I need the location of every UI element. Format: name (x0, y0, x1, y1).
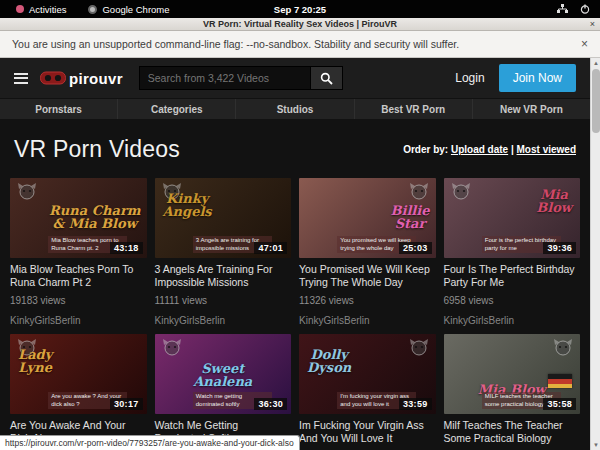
video-thumbnail[interactable]: Mia Blow Four is the perfect birthday pa… (444, 178, 581, 258)
search-icon (320, 72, 333, 85)
warning-close-icon[interactable]: × (581, 37, 588, 51)
site-logo[interactable]: pirouvr (40, 70, 123, 87)
video-title-link[interactable]: Four Is The Perfect Birthday Party For M… (444, 263, 581, 288)
nav-item-pornstars[interactable]: Pornstars (0, 99, 118, 119)
thumbnail-overlay-title: Sweet Analena (155, 362, 292, 388)
video-title-link[interactable]: 3 Angels Are Training For Impossible Mis… (155, 263, 292, 288)
clock[interactable]: Sep 7 20:25 (0, 4, 600, 15)
video-views: 19183 views (10, 295, 147, 306)
video-title-link[interactable]: Im Fucking Your Virgin Ass And You Will … (299, 419, 436, 444)
video-thumbnail[interactable]: Billie Star You promised we will keep tr… (299, 178, 436, 258)
site-header: pirouvr Login Join Now (0, 58, 590, 98)
unsupported-flag-warning: You are using an unsupported command-lin… (0, 31, 600, 58)
video-studio-link[interactable]: KinkyGirlsBerlin (299, 315, 436, 326)
thumbnail-overlay-title: Kinky Angels (163, 192, 212, 218)
video-thumbnail[interactable]: Runa Charm & Mia Blow Mia Blow teaches p… (10, 178, 147, 258)
vr-headset-icon (40, 71, 66, 86)
search-button[interactable] (311, 66, 343, 90)
video-thumbnail[interactable]: Mia Blow MILF teaches the teacher some p… (444, 334, 581, 414)
nav-item-studios[interactable]: Studios (236, 99, 354, 119)
search-input[interactable] (139, 66, 311, 90)
vertical-scrollbar[interactable]: ▲ ▼ (590, 58, 600, 450)
browser-viewport: ▲ ▼ pirouvr (0, 58, 600, 450)
video-thumbnail[interactable]: Dolly Dyson I'm fucking your virgin ass … (299, 334, 436, 414)
order-by-label: Order by: (403, 144, 448, 155)
thumbnail-overlay-title: Dolly Dyson (307, 348, 351, 374)
german-flag-icon (548, 374, 572, 388)
studio-cat-logo-icon (16, 182, 38, 200)
order-by-separator: | (511, 144, 514, 155)
video-thumbnail[interactable]: Kinky Angels 3 Angels are training for i… (155, 178, 292, 258)
thumbnail-overlay-title: Lady Lyne (18, 348, 52, 374)
video-views: 11326 views (299, 295, 436, 306)
warning-text: You are using an unsupported command-lin… (12, 38, 459, 50)
studio-cat-logo-icon (408, 338, 430, 356)
video-thumbnail[interactable]: Sweet Analena Watch me getting dominated… (155, 334, 292, 414)
video-title-link[interactable]: You Promised We Will Keep Trying The Who… (299, 263, 436, 288)
studio-cat-logo-icon (450, 182, 472, 200)
video-card[interactable]: Dolly Dyson I'm fucking your virgin ass … (299, 334, 436, 450)
video-thumbnail[interactable]: Lady Lyne Are you awake ? And your dick … (10, 334, 147, 414)
main-nav: Pornstars Categories Studios Best VR Por… (0, 98, 590, 119)
studio-cat-logo-icon (552, 338, 574, 356)
browser-title-bar: VR Porn: Virtual Reality Sex Videos | Pi… (0, 18, 600, 31)
video-card[interactable]: Mia Blow MILF teaches the teacher some p… (444, 334, 581, 450)
order-by-controls: Order by: Upload date | Most viewed (403, 144, 576, 155)
site-logo-text: pirouvr (69, 70, 123, 87)
video-duration-badge: 25:03 (399, 242, 432, 254)
thumbnail-overlay-title: Mia Blow (536, 188, 572, 214)
studio-cat-logo-icon (408, 182, 430, 200)
tab-title: VR Porn: Virtual Reality Sex Videos | Pi… (203, 19, 397, 29)
video-duration-badge: 30:17 (110, 398, 143, 410)
order-by-most-viewed-link[interactable]: Most viewed (517, 144, 576, 155)
video-duration-badge: 43:18 (110, 242, 143, 254)
video-duration-badge: 33:59 (399, 398, 432, 410)
studio-cat-logo-icon (161, 338, 183, 356)
page-title: VR Porn Videos (14, 136, 180, 163)
scrollbar-up-icon[interactable]: ▲ (591, 58, 600, 68)
thumbnail-overlay-title: Runa Charm & Mia Blow (49, 204, 140, 230)
video-studio-link[interactable]: KinkyGirlsBerlin (155, 315, 292, 326)
login-link[interactable]: Login (455, 71, 484, 85)
video-title-link[interactable]: Milf Teaches The Teacher Some Practical … (444, 419, 581, 444)
video-card[interactable]: Runa Charm & Mia Blow Mia Blow teaches p… (10, 178, 147, 326)
video-card[interactable]: Lady Lyne Are you awake ? And your dick … (10, 334, 147, 450)
video-duration-badge: 36:30 (254, 398, 287, 410)
status-bar-url: https://pirouvr.com/vr-porn-video/779325… (0, 435, 300, 450)
scrollbar-thumb[interactable] (592, 69, 600, 133)
video-duration-badge: 39:36 (543, 242, 576, 254)
video-title-link[interactable]: Mia Blow Teaches Porn To Runa Charm Pt 2 (10, 263, 147, 288)
thumbnail-overlay-title: Billie Star (390, 204, 429, 230)
video-duration-badge: 35:58 (543, 398, 576, 410)
video-studio-link[interactable]: KinkyGirlsBerlin (10, 315, 147, 326)
hamburger-menu-icon[interactable] (14, 73, 28, 84)
video-card[interactable]: Sweet Analena Watch me getting dominated… (155, 334, 292, 450)
order-by-upload-date-link[interactable]: Upload date (451, 144, 508, 155)
nav-item-new-vr[interactable]: New VR Porn (473, 99, 590, 119)
video-views: 6958 views (444, 295, 581, 306)
video-grid: Runa Charm & Mia Blow Mia Blow teaches p… (10, 178, 580, 450)
video-card[interactable]: Billie Star You promised we will keep tr… (299, 178, 436, 326)
video-views: 11111 views (155, 295, 292, 306)
video-card[interactable]: Mia Blow Four is the perfect birthday pa… (444, 178, 581, 326)
scrollbar-down-icon[interactable]: ▼ (591, 440, 600, 450)
window-close-icon[interactable]: × (590, 19, 595, 29)
system-top-bar: Activities Google Chrome Sep 7 20:25 (0, 0, 600, 18)
nav-item-best-vr[interactable]: Best VR Porn (355, 99, 473, 119)
nav-item-categories[interactable]: Categories (118, 99, 236, 119)
join-now-button[interactable]: Join Now (499, 64, 576, 92)
video-duration-badge: 47:01 (254, 242, 287, 254)
video-studio-link[interactable]: KinkyGirlsBerlin (444, 315, 581, 326)
power-icon[interactable] (580, 4, 590, 14)
network-icon[interactable] (557, 4, 568, 14)
video-card[interactable]: Kinky Angels 3 Angels are training for i… (155, 178, 292, 326)
